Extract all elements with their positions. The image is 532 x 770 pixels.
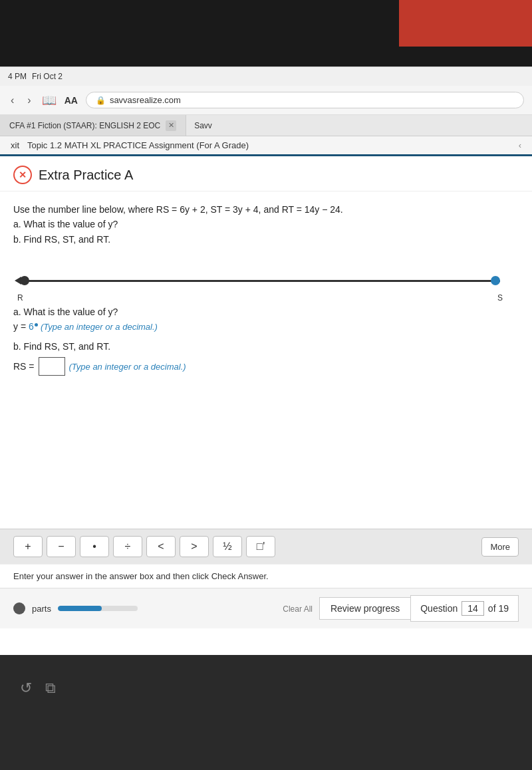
sub-nav: xit Topic 1.2 MATH XL PRACTICE Assignmen… (0, 136, 532, 156)
part-a-hint: (Type an integer or a decimal.) (41, 322, 158, 332)
clear-all-area: Clear All (283, 602, 313, 614)
part-a-value: 6 (29, 321, 38, 332)
part-b-hint: (Type an integer or a decimal.) (69, 362, 186, 372)
math-minus-button[interactable]: − (47, 536, 76, 557)
browser-chrome: 4 PM Fri Oct 2 ‹ › 📖 AA 🔒 savvasrealize.… (0, 66, 532, 156)
tab-cfa-close[interactable]: ✕ (166, 120, 176, 131)
time-display: 4 PM (8, 72, 27, 81)
math-greater-button[interactable]: > (180, 536, 209, 557)
tab-bar: CFA #1 Fiction (STAAR): ENGLISH 2 EOC ✕ … (0, 115, 532, 136)
browser-toolbar: ‹ › 📖 AA 🔒 savvasrealize.com (0, 86, 532, 115)
footer-right: Clear All Review progress Question 14 of… (283, 595, 519, 622)
xmark-icon: ✕ (13, 166, 32, 184)
part-a-question: a. What is the value of y? (13, 307, 519, 317)
part-a-answer-line: y = 6 (Type an integer or a decimal.) (13, 321, 519, 332)
red-object (399, 0, 532, 47)
math-dot-button[interactable]: • (80, 536, 109, 557)
problem-text: Use the number line below, where RS = 6y… (13, 202, 519, 247)
tab-cfa[interactable]: CFA #1 Fiction (STAAR): ENGLISH 2 EOC ✕ (0, 115, 186, 136)
part-a-prefix: y = (13, 321, 26, 332)
forward-button[interactable]: › (25, 92, 33, 109)
exit-link[interactable]: xit (11, 140, 19, 150)
tab-savv-label: Savv (194, 121, 212, 130)
exercise-title: Extra Practice A (39, 168, 133, 183)
point-r (20, 276, 29, 285)
tab-savv[interactable]: Savv (186, 115, 220, 136)
question-label: Question (420, 603, 458, 614)
progress-bar-fill (58, 606, 102, 611)
back-button[interactable]: ‹ (8, 92, 17, 109)
point-s (491, 276, 500, 285)
problem-area: Use the number line below, where RS = 6y… (0, 192, 532, 392)
content-wrapper: Use the number line below, where RS = 6y… (0, 192, 532, 564)
font-size-button[interactable]: AA (65, 95, 78, 106)
part-b-answer-line: RS = (Type an integer or a decimal.) (13, 357, 519, 376)
device-bottom: ↺ ⧉ (0, 655, 532, 721)
math-fraction-button[interactable]: ½ (213, 536, 242, 557)
math-toolbar: + − • ÷ < > ½ □' More (0, 529, 532, 564)
problem-line-2: a. What is the value of y? (13, 217, 519, 231)
number-line-container: R S (13, 260, 519, 293)
part-b-prefix: RS = (13, 361, 35, 372)
label-r: R (17, 293, 23, 303)
footer-bar: parts Clear All Review progress Question… (0, 588, 532, 628)
parts-indicator: parts (13, 602, 138, 614)
problem-line-1: Use the number line below, where RS = 6y… (13, 202, 519, 217)
number-line: R S (20, 280, 500, 282)
question-indicator: Question 14 of 19 (410, 595, 519, 622)
math-less-button[interactable]: < (146, 536, 176, 557)
main-content: ✕ Extra Practice A Use the number line b… (0, 156, 532, 655)
bottom-instruction: Enter your answer in the answer box and … (0, 564, 532, 588)
label-s: S (497, 293, 503, 303)
address-text: savvasrealize.com (110, 95, 181, 105)
rs-answer-box[interactable] (39, 357, 65, 376)
of-total-label: of 19 (488, 603, 509, 614)
math-plus-button[interactable]: + (13, 536, 43, 557)
review-progress-button[interactable]: Review progress (319, 597, 410, 620)
question-number: 14 (462, 601, 484, 616)
copy-device-button[interactable]: ⧉ (45, 680, 56, 697)
math-more-button[interactable]: More (481, 537, 519, 557)
problem-line-3: b. Find RS, ST, and RT. (13, 232, 519, 247)
lock-icon: 🔒 (96, 96, 106, 105)
parts-circle-icon (13, 602, 25, 614)
sub-nav-chevron: ‹ (519, 140, 521, 150)
progress-bar-container (58, 606, 138, 611)
exercise-header: ✕ Extra Practice A (0, 156, 532, 192)
date-display: Fri Oct 2 (32, 72, 63, 81)
math-superscript-button[interactable]: □' (246, 536, 275, 557)
part-b-question: b. Find RS, ST, and RT. (13, 341, 519, 352)
problem-scroll: Use the number line below, where RS = 6y… (0, 192, 532, 432)
reader-icon: 📖 (42, 93, 57, 108)
math-divide-button[interactable]: ÷ (113, 536, 142, 557)
tab-cfa-label: CFA #1 Fiction (STAAR): ENGLISH 2 EOC (9, 121, 160, 130)
answer-dot (35, 323, 38, 326)
topic-label: Topic 1.2 MATH XL PRACTICE Assignment (F… (27, 140, 249, 150)
device-top-bar (0, 0, 532, 66)
address-bar[interactable]: 🔒 savvasrealize.com (86, 92, 524, 108)
clear-all-text[interactable]: Clear All (283, 604, 313, 614)
back-device-button[interactable]: ↺ (20, 680, 32, 697)
browser-status-bar: 4 PM Fri Oct 2 (0, 67, 532, 86)
parts-label: parts (32, 604, 51, 614)
